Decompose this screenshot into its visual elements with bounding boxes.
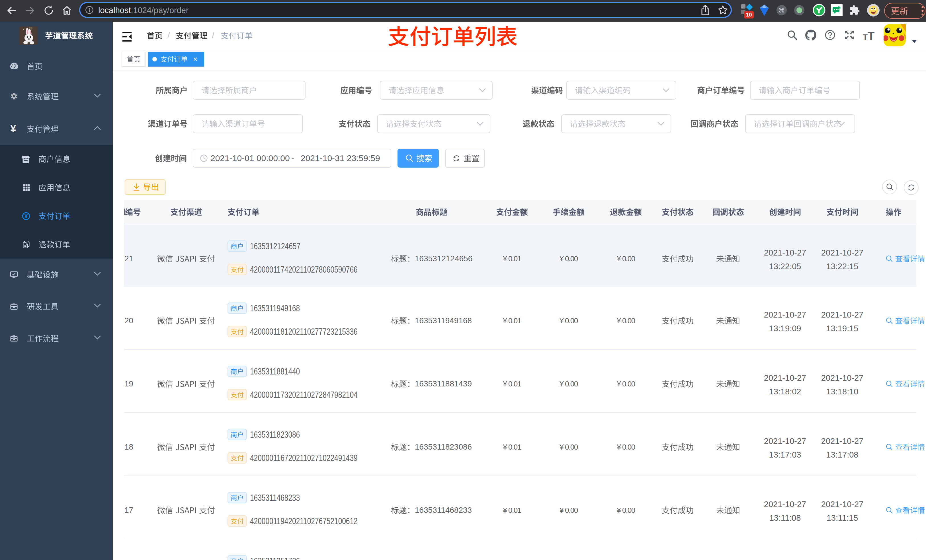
svg-text:⌘: ⌘	[779, 7, 785, 14]
svg-text:10: 10	[746, 12, 752, 18]
